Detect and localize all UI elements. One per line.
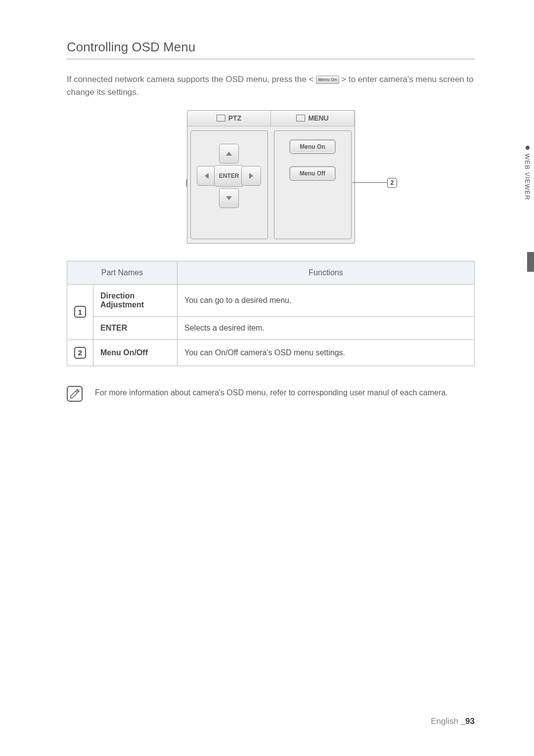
arrow-left-icon bbox=[205, 173, 209, 179]
parts-table: Part Names Functions 1 Direction Adjustm… bbox=[67, 261, 475, 366]
side-label-text: WEB VIEWER bbox=[524, 154, 531, 201]
arrow-up-icon bbox=[226, 152, 232, 156]
osd-panel: PTZ MENU ENTER bbox=[187, 110, 355, 244]
intro-text-pre: If connected network camera supports the… bbox=[67, 75, 316, 84]
num-badge-1: 1 bbox=[74, 306, 86, 318]
row-1-num: 1 bbox=[67, 284, 93, 339]
inline-menu-on-button: Menu On bbox=[316, 76, 339, 84]
osd-body: ENTER Menu On Menu Off bbox=[187, 126, 355, 243]
row-1-fn: You can go to a desired menu. bbox=[178, 284, 475, 316]
intro-paragraph: If connected network camera supports the… bbox=[67, 73, 475, 99]
callout-2: 2 bbox=[353, 178, 397, 188]
note-text: For more information about camera's OSD … bbox=[95, 386, 448, 397]
footer-language: English bbox=[431, 716, 460, 726]
section-title: Controlling OSD Menu bbox=[67, 40, 475, 59]
side-section-label: WEB VIEWER bbox=[524, 146, 531, 201]
num-badge-2: 2 bbox=[74, 347, 86, 359]
osd-diagram: 1 PTZ MENU ENTER bbox=[67, 110, 475, 244]
row-1-name: Direction Adjustment bbox=[93, 284, 178, 316]
row-2-name: ENTER bbox=[93, 316, 178, 339]
dpad-enter-button[interactable]: ENTER bbox=[214, 165, 244, 187]
dpad-down-button[interactable] bbox=[219, 188, 239, 208]
callout-2-number: 2 bbox=[387, 178, 397, 188]
th-part-names: Part Names bbox=[67, 261, 178, 284]
th-functions: Functions bbox=[178, 261, 475, 284]
menu-off-button[interactable]: Menu Off bbox=[290, 167, 335, 180]
row-3-num: 2 bbox=[67, 339, 93, 366]
ptz-icon bbox=[217, 115, 225, 122]
tab-ptz[interactable]: PTZ bbox=[187, 111, 271, 126]
manual-page: Controlling OSD Menu If connected networ… bbox=[0, 0, 534, 756]
bullet-icon bbox=[526, 146, 530, 150]
row-3-fn: You can On/Off camera's OSD menu setting… bbox=[178, 339, 475, 366]
note-block: For more information about camera's OSD … bbox=[67, 386, 475, 402]
note-icon bbox=[67, 386, 83, 402]
arrow-right-icon bbox=[249, 173, 253, 179]
callout-2-line bbox=[353, 182, 387, 183]
side-thumb-tab bbox=[527, 252, 534, 272]
arrow-down-icon bbox=[226, 196, 232, 200]
tab-menu[interactable]: MENU bbox=[271, 111, 355, 126]
table-row: 2 Menu On/Off You can On/Off camera's OS… bbox=[67, 339, 475, 366]
dpad-right-button[interactable] bbox=[241, 166, 261, 186]
page-footer: English _93 bbox=[431, 716, 475, 726]
table-row: ENTER Selects a desired item. bbox=[67, 316, 475, 339]
menu-on-button[interactable]: Menu On bbox=[290, 140, 335, 154]
row-2-fn: Selects a desired item. bbox=[178, 316, 475, 339]
footer-page-number: _93 bbox=[461, 716, 475, 726]
dpad-up-button[interactable] bbox=[219, 144, 239, 164]
dpad-container: ENTER bbox=[190, 130, 268, 239]
osd-tabs: PTZ MENU bbox=[187, 111, 355, 126]
tab-ptz-label: PTZ bbox=[228, 114, 241, 122]
table-row: 1 Direction Adjustment You can go to a d… bbox=[67, 284, 475, 316]
pencil-icon bbox=[69, 388, 80, 399]
tab-menu-label: MENU bbox=[308, 114, 328, 122]
direction-pad: ENTER bbox=[197, 144, 261, 208]
menu-icon bbox=[296, 115, 305, 122]
row-3-name: Menu On/Off bbox=[93, 339, 178, 366]
dpad-left-button[interactable] bbox=[197, 166, 217, 186]
menu-toggle-container: Menu On Menu Off bbox=[274, 130, 352, 239]
